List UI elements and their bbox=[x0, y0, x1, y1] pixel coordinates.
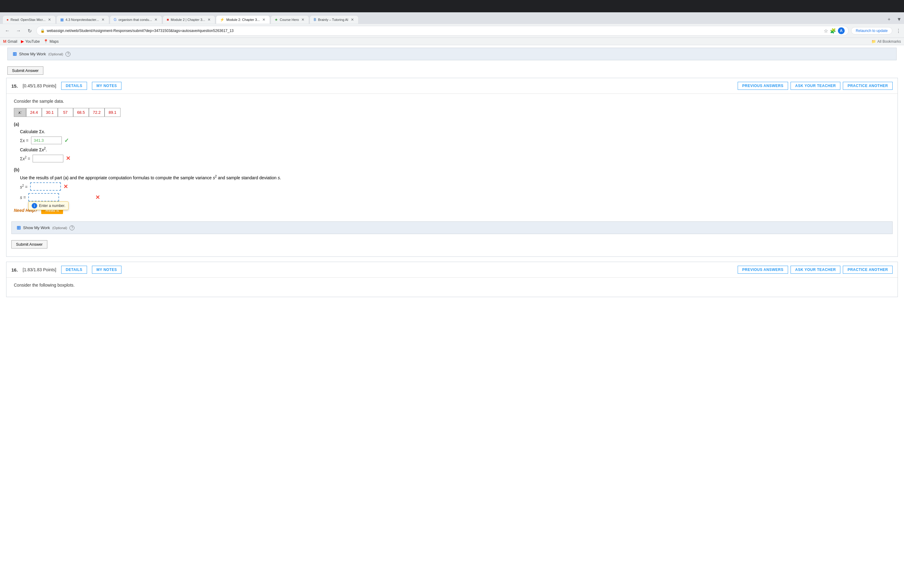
page-content: ⊞ Show My Work (Optional) ? Submit Answe… bbox=[0, 45, 904, 297]
address-bar[interactable]: 🔒 webassign.net/web/Student/Assignment-R… bbox=[36, 26, 849, 36]
q16-details-button[interactable]: DETAILS bbox=[61, 266, 87, 274]
tab-close-tab2[interactable]: ✕ bbox=[101, 17, 105, 22]
youtube-label: YouTube bbox=[25, 40, 40, 44]
tab-tab4[interactable]: ■ Module 2 | Chapter 3... ✕ bbox=[163, 15, 215, 24]
sum-x2-label: Σx2 = bbox=[20, 156, 30, 161]
q15-number: 15. bbox=[11, 83, 18, 89]
sum-x2-check-icon: ✕ bbox=[66, 155, 70, 162]
tab-title-tab1: Read: OpenStax Micr... bbox=[11, 18, 46, 22]
tab-close-tab3[interactable]: ✕ bbox=[154, 17, 158, 22]
more-options-icon[interactable]: ⋮ bbox=[896, 28, 901, 34]
table-cell-1: 30.1 bbox=[42, 108, 57, 117]
q15-my-notes-button[interactable]: MY NOTES bbox=[92, 82, 122, 90]
url-text: webassign.net/web/Student/Assignment-Res… bbox=[47, 28, 822, 33]
gmail-icon: M bbox=[3, 39, 6, 44]
q15-part-b-label: (b) bbox=[14, 167, 890, 172]
tab-tab2[interactable]: ▦ 4.3 Nonproteobacter... ✕ bbox=[56, 15, 109, 24]
lock-icon: 🔒 bbox=[40, 28, 45, 33]
tab-title-tab5: Module 2: Chapter 3... bbox=[226, 18, 260, 22]
forward-button[interactable]: → bbox=[14, 27, 23, 35]
top-show-work-section: ⊞ Show My Work (Optional) ? Submit Answe… bbox=[0, 45, 904, 78]
tooltip-box: i Enter a number. bbox=[28, 201, 69, 210]
tab-close-tab5[interactable]: ✕ bbox=[262, 17, 266, 22]
tab-list-button[interactable]: ▼ bbox=[897, 17, 902, 22]
tab-close-tab1[interactable]: ✕ bbox=[47, 17, 52, 22]
q15-right-buttons: PREVIOUS ANSWERS ASK YOUR TEACHER PRACTI… bbox=[738, 82, 893, 90]
table-cell-5: 89.1 bbox=[104, 108, 120, 117]
q15-help-icon[interactable]: ? bbox=[70, 225, 74, 230]
profile-icon[interactable]: A bbox=[838, 27, 845, 34]
q15-expand-icon[interactable]: ⊞ bbox=[17, 225, 21, 231]
top-bar bbox=[0, 0, 904, 12]
expand-icon[interactable]: ⊞ bbox=[13, 51, 17, 57]
maps-label: Maps bbox=[49, 40, 58, 44]
extension-icon[interactable]: 🧩 bbox=[830, 28, 836, 34]
tab-favicon-tab5: ⚡ bbox=[220, 17, 224, 22]
q15-points: [0.45/1.83 Points] bbox=[23, 83, 56, 88]
tab-close-tab7[interactable]: ✕ bbox=[350, 17, 354, 22]
help-icon[interactable]: ? bbox=[65, 52, 70, 57]
tab-favicon-tab2: ▦ bbox=[60, 17, 64, 22]
sum-x-input[interactable] bbox=[31, 136, 62, 144]
q15-problem-text: Consider the sample data. bbox=[14, 99, 890, 104]
sum-x-row: Σx = ✓ bbox=[20, 136, 890, 144]
q16-number: 16. bbox=[11, 267, 18, 272]
table-cell-0: 24.4 bbox=[26, 108, 42, 117]
q15-details-button[interactable]: DETAILS bbox=[61, 82, 87, 90]
tab-close-tab4[interactable]: ✕ bbox=[207, 17, 211, 22]
s2-row: s2 = ✕ bbox=[20, 182, 890, 191]
q16-practice-another-button[interactable]: PRACTICE ANOTHER bbox=[843, 266, 893, 274]
q16-my-notes-button[interactable]: MY NOTES bbox=[92, 266, 122, 274]
tabs-row: ● Read: OpenStax Micr... ✕ ▦ 4.3 Nonprot… bbox=[0, 12, 904, 24]
maps-icon: 📍 bbox=[43, 39, 48, 44]
q15-practice-another-button[interactable]: PRACTICE ANOTHER bbox=[843, 82, 893, 90]
relaunch-button[interactable]: Relaunch to update bbox=[851, 27, 892, 35]
q15-submit-button[interactable]: Submit Answer bbox=[11, 240, 47, 248]
tab-title-tab7: Brainly – Tutoring AI bbox=[318, 18, 348, 22]
s-input[interactable] bbox=[28, 193, 59, 201]
tab-tab3[interactable]: G organism that condu... ✕ bbox=[110, 15, 162, 24]
top-submit-button[interactable]: Submit Answer bbox=[7, 66, 43, 75]
s2-input[interactable] bbox=[30, 182, 61, 191]
q15-ask-teacher-button[interactable]: ASK YOUR TEACHER bbox=[790, 82, 840, 90]
tooltip-info-icon: i bbox=[32, 203, 37, 209]
tab-title-tab3: organism that condu... bbox=[119, 18, 152, 22]
q15-part-a-label: (a) bbox=[14, 122, 890, 127]
browser-chrome: ● Read: OpenStax Micr... ✕ ▦ 4.3 Nonprot… bbox=[0, 12, 904, 45]
question-15-body: Consider the sample data. x: 24.4 30.1 5… bbox=[6, 94, 898, 221]
tab-close-tab6[interactable]: ✕ bbox=[301, 17, 305, 22]
q15-previous-answers-button[interactable]: PREVIOUS ANSWERS bbox=[738, 82, 788, 90]
new-tab-button[interactable]: + bbox=[885, 15, 893, 24]
q16-previous-answers-button[interactable]: PREVIOUS ANSWERS bbox=[738, 266, 788, 274]
bookmark-gmail[interactable]: M Gmail bbox=[3, 39, 17, 44]
question-15-header: 15. [0.45/1.83 Points] DETAILS MY NOTES … bbox=[6, 78, 898, 94]
bookmark-maps[interactable]: 📍 Maps bbox=[43, 39, 58, 44]
all-bookmarks-button[interactable]: 📁 All Bookmarks bbox=[871, 40, 901, 44]
back-button[interactable]: ← bbox=[3, 27, 12, 35]
tab-title-tab2: 4.3 Nonproteobacter... bbox=[65, 18, 99, 22]
address-row: ← → ↻ 🔒 webassign.net/web/Student/Assign… bbox=[0, 24, 904, 38]
tab-tab7[interactable]: B Brainly – Tutoring AI ✕ bbox=[310, 15, 358, 24]
tab-title-tab6: Course Hero bbox=[280, 18, 299, 22]
q16-ask-teacher-button[interactable]: ASK YOUR TEACHER bbox=[790, 266, 840, 274]
s-input-wrapper: i Enter a number. bbox=[28, 193, 59, 201]
sum-x-label: Σx = bbox=[20, 138, 28, 143]
question-16-body: Consider the following boxplots. bbox=[6, 278, 898, 297]
need-help-row: Need Help? Read It bbox=[14, 206, 890, 214]
tab-tab1[interactable]: ● Read: OpenStax Micr... ✕ bbox=[2, 15, 56, 24]
question-16-header: 16. [1.83/1.83 Points] DETAILS MY NOTES … bbox=[6, 262, 898, 278]
bookmark-star-icon[interactable]: ☆ bbox=[824, 28, 828, 34]
s-label: s = bbox=[20, 195, 26, 200]
optional-label: (Optional) bbox=[48, 52, 63, 56]
tooltip-text: Enter a number. bbox=[39, 204, 65, 208]
tab-tab6[interactable]: ★ Course Hero ✕ bbox=[270, 15, 309, 24]
calc-sum-x2-text: Calculate Σx2. bbox=[20, 147, 890, 152]
all-bookmarks-label: All Bookmarks bbox=[877, 40, 901, 44]
tab-tab5[interactable]: ⚡ Module 2: Chapter 3... ✕ bbox=[216, 15, 270, 24]
sum-x2-input[interactable] bbox=[33, 155, 63, 162]
q15-show-work-wrapper: ⊞ Show My Work (Optional) ? bbox=[6, 221, 898, 234]
q15-part-a-content: Calculate Σx. Σx = ✓ Calculate Σx2. Σx2 … bbox=[20, 129, 890, 162]
bookmark-youtube[interactable]: ▶ YouTube bbox=[21, 39, 40, 44]
reload-button[interactable]: ↻ bbox=[25, 27, 34, 35]
q16-problem-text: Consider the following boxplots. bbox=[14, 283, 890, 288]
